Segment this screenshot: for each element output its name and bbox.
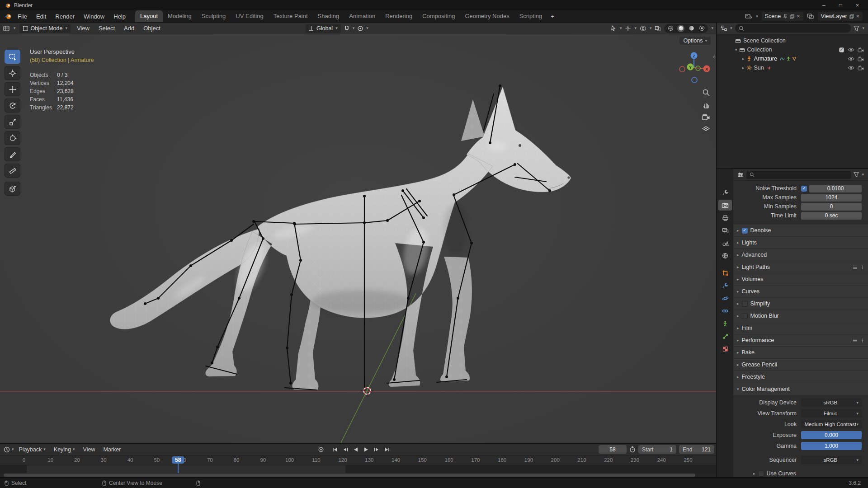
shading-wireframe-icon[interactable] xyxy=(667,25,674,32)
menu-select[interactable]: Select xyxy=(96,25,118,32)
play-button[interactable] xyxy=(362,446,371,454)
properties-tab-object-icon[interactable] xyxy=(718,267,732,278)
properties-tab-render-icon[interactable] xyxy=(718,200,732,211)
mode-dropdown[interactable]: Object Mode ▾ xyxy=(19,24,71,33)
filter-icon[interactable] xyxy=(854,26,859,31)
outliner-row-sun[interactable]: ▸ Sun xyxy=(717,63,868,72)
new-copy-icon[interactable] xyxy=(790,14,794,19)
view-layer-browse-icon[interactable] xyxy=(807,14,814,19)
collection-checkbox[interactable]: ✓ xyxy=(839,47,844,52)
tab-geometry-nodes[interactable]: Geometry Nodes xyxy=(460,10,514,22)
tab-compositing[interactable]: Compositing xyxy=(417,10,460,22)
menu-object[interactable]: Object xyxy=(141,25,163,32)
sidebar-toggle-icon[interactable]: ‹ xyxy=(713,52,715,60)
look-dropdown[interactable]: Medium High Contrast▾ xyxy=(801,420,862,428)
noise-threshold-checkbox[interactable]: ✓ xyxy=(801,186,807,192)
gizmo-axis-neg-z[interactable] xyxy=(692,77,697,83)
editor-type-properties-icon[interactable] xyxy=(737,172,744,178)
motion-blur-checkbox[interactable] xyxy=(742,313,748,319)
gizmos-toggle-icon[interactable] xyxy=(625,25,631,31)
menu-window[interactable]: Window xyxy=(80,12,108,21)
properties-tab-physics-icon[interactable] xyxy=(718,293,732,304)
gizmo-axis-neg-y[interactable] xyxy=(696,66,700,70)
panel-freestyle[interactable]: ▸ Freestyle xyxy=(733,371,868,383)
orthographic-toggle-icon[interactable] xyxy=(702,125,710,132)
properties-tab-scene-icon[interactable] xyxy=(718,238,732,249)
playhead-badge[interactable]: 58 xyxy=(172,456,184,464)
tool-move[interactable] xyxy=(5,82,20,96)
unlink-icon[interactable]: × xyxy=(797,13,800,19)
previous-keyframe-button[interactable] xyxy=(341,446,350,454)
panel-color-management[interactable]: ▾ Color Management xyxy=(733,383,868,395)
blender-logo-icon[interactable] xyxy=(4,13,12,19)
panel-bake[interactable]: ▸ Bake xyxy=(733,347,868,358)
chevron-down-icon[interactable]: ▾ xyxy=(862,173,864,177)
view-layer-selector[interactable]: ViewLayer × xyxy=(818,12,863,21)
outliner-row-armature[interactable]: ▸ Armature xyxy=(717,54,868,63)
maximize-button[interactable]: □ xyxy=(839,2,842,9)
camera-view-icon[interactable] xyxy=(702,114,710,121)
menu-edit[interactable]: Edit xyxy=(32,12,50,21)
filter-icon[interactable] xyxy=(854,172,859,177)
chevron-down-icon[interactable]: ▾ xyxy=(634,26,637,30)
tab-scripting[interactable]: Scripting xyxy=(514,10,547,22)
menu-playback[interactable]: Playback▾ xyxy=(16,446,49,453)
chevron-down-icon[interactable]: ▾ xyxy=(711,26,713,30)
options-button[interactable]: Options ▾ xyxy=(679,37,711,45)
fox-model[interactable] xyxy=(110,87,571,390)
editor-type-viewport-icon[interactable] xyxy=(3,25,10,32)
minimize-button[interactable]: – xyxy=(822,2,826,9)
zoom-icon[interactable] xyxy=(702,89,710,97)
overlays-toggle-icon[interactable] xyxy=(640,26,646,31)
viewport-canvas[interactable]: User Perspective (58) Collection | Armat… xyxy=(0,34,716,443)
chevron-down-icon[interactable]: ▾ xyxy=(366,26,368,30)
chevron-down-icon[interactable]: ▾ xyxy=(650,26,652,30)
jump-to-end-button[interactable] xyxy=(382,446,392,454)
editor-type-timeline-icon[interactable] xyxy=(4,446,10,453)
tab-shading[interactable]: Shading xyxy=(313,10,344,22)
menu-marker[interactable]: Marker xyxy=(100,446,124,453)
tab-animation[interactable]: Animation xyxy=(344,10,380,22)
menu-add[interactable]: Add xyxy=(121,25,137,32)
xray-toggle-icon[interactable] xyxy=(655,26,661,31)
panel-light-paths[interactable]: ▸ Light Paths xyxy=(733,261,868,273)
remove-view-layer-icon[interactable]: × xyxy=(856,13,859,19)
timeline-ruler[interactable]: 0102030405060708090100110120130140150160… xyxy=(0,455,716,465)
denoise-checkbox[interactable]: ✓ xyxy=(742,228,748,234)
tool-select-box[interactable] xyxy=(5,50,20,64)
tool-rotate[interactable] xyxy=(5,99,20,113)
expand-icon[interactable]: ▸ xyxy=(742,57,745,61)
menu-view[interactable]: View xyxy=(80,446,99,453)
outliner-search-input[interactable] xyxy=(735,24,851,33)
navigation-gizmo[interactable]: X Y Z xyxy=(676,50,712,86)
timeline-track[interactable] xyxy=(0,465,716,473)
disable-render-camera-icon[interactable] xyxy=(856,66,865,70)
properties-tab-object-data-icon[interactable] xyxy=(718,318,732,329)
auto-keying-icon[interactable] xyxy=(316,446,326,454)
panel-film[interactable]: ▸ Film xyxy=(733,322,868,334)
exposure-slider[interactable]: 0.000 xyxy=(801,431,862,439)
pan-hand-icon[interactable] xyxy=(702,101,710,109)
preset-icon[interactable] xyxy=(853,338,858,343)
properties-tab-texture-icon[interactable] xyxy=(718,343,732,354)
panel-advanced[interactable]: ▸ Advanced xyxy=(733,249,868,261)
panel-menu-icon[interactable] xyxy=(860,265,864,269)
preset-icon[interactable] xyxy=(853,265,858,269)
hide-eye-icon[interactable] xyxy=(846,47,856,52)
chevron-down-icon[interactable]: ▾ xyxy=(353,26,355,30)
panel-grease-pencil[interactable]: ▸ Grease Pencil xyxy=(733,359,868,371)
expand-icon[interactable]: ▾ xyxy=(735,48,737,52)
gamma-slider[interactable]: 1.000 xyxy=(801,442,862,450)
panel-curves[interactable]: ▸ Curves xyxy=(733,286,868,297)
close-button[interactable]: × xyxy=(856,2,859,9)
tab-rendering[interactable]: Rendering xyxy=(380,10,417,22)
properties-tab-view-layer-icon[interactable] xyxy=(718,225,732,236)
frame-start-field[interactable]: Start1 xyxy=(638,445,676,454)
chevron-down-icon[interactable]: ▾ xyxy=(12,447,14,451)
sequencer-dropdown[interactable]: sRGB▾ xyxy=(801,456,862,464)
menu-file[interactable]: File xyxy=(14,12,31,21)
proportional-editing-icon[interactable] xyxy=(357,25,363,32)
max-samples-field[interactable]: 1024 xyxy=(801,194,862,202)
menu-help[interactable]: Help xyxy=(109,12,130,21)
shading-solid-icon[interactable] xyxy=(677,25,684,32)
